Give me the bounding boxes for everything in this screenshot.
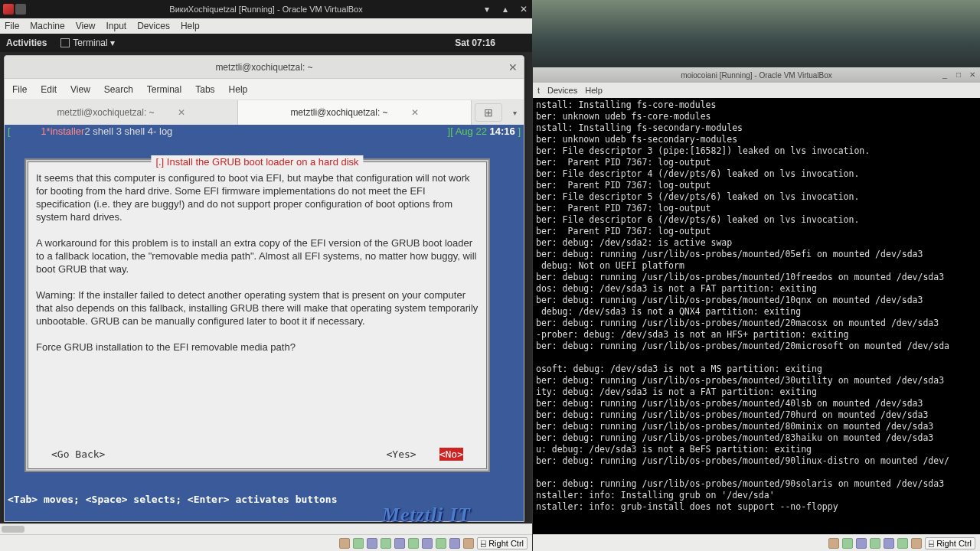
hd-icon[interactable] — [339, 538, 350, 549]
screen-active-session: 1*installer — [41, 126, 84, 138]
menu-devices[interactable]: Devices — [547, 86, 577, 95]
hd-icon[interactable] — [828, 538, 839, 549]
dialog-paragraph: A workaround for this problem is to inst… — [36, 236, 479, 276]
virtualbox-window-right: moiocoiani [Running] - Oracle VM Virtual… — [533, 67, 980, 551]
no-button[interactable]: <No> — [439, 448, 463, 461]
display-icon[interactable] — [422, 538, 433, 549]
term-menu-edit[interactable]: Edit — [41, 84, 57, 95]
dialog-paragraph: It seems that this computer is configure… — [36, 171, 479, 223]
menu-cut[interactable]: t — [537, 86, 540, 95]
menu-view[interactable]: View — [76, 21, 96, 31]
menu-input[interactable]: Input — [106, 21, 127, 31]
record-icon[interactable] — [436, 538, 446, 549]
tab-dropdown-icon[interactable]: ▾ — [505, 100, 524, 125]
window-icon — [15, 4, 26, 15]
menu-file[interactable]: File — [5, 21, 19, 31]
cd-icon[interactable] — [353, 538, 364, 549]
dialog-title: [.] Install the GRUB boot loader on a ha… — [151, 155, 363, 168]
app-icon — [3, 4, 14, 15]
window-title: moiocoiani [Running] - Oracle VM Virtual… — [681, 71, 832, 80]
maximize-icon[interactable]: □ — [954, 70, 963, 80]
menu-machine[interactable]: Machine — [30, 21, 64, 31]
close-icon[interactable]: ✕ — [968, 70, 977, 80]
cpu-icon[interactable] — [449, 538, 460, 549]
dialog-paragraph: Warning: If the installer failed to dete… — [36, 289, 479, 328]
menu-devices[interactable]: Devices — [137, 21, 170, 31]
gnome-topbar: Activities Terminal ▾ Sat 07:16 — [0, 34, 532, 52]
activities-button[interactable]: Activities — [6, 37, 47, 48]
horizontal-scrollbar[interactable] — [0, 523, 532, 534]
screen-status-bar: [ 1*installer 2 shell 3 shell 4- log ][ … — [5, 125, 524, 139]
new-tab-button[interactable]: ⊞ — [475, 103, 502, 122]
installer-dialog: [.] Install the GRUB boot loader on a ha… — [24, 158, 490, 472]
term-menu-file[interactable]: File — [12, 84, 27, 95]
net-icon[interactable] — [856, 538, 867, 549]
terminal-log-output[interactable]: nstall: Installing fs-core-modules ber: … — [533, 98, 980, 534]
term-menu-search[interactable]: Search — [104, 84, 133, 95]
vbox-statusbar-left: ⌸ Right Ctrl — [0, 534, 532, 551]
shared-icon[interactable] — [884, 538, 894, 549]
dialog-body: It seems that this computer is configure… — [36, 171, 479, 354]
gnome-terminal-window: metztli@xochiquetzal: ~ ✕ File Edit View… — [4, 55, 524, 522]
cd-icon[interactable] — [842, 538, 853, 549]
minimize-icon[interactable]: _ — [940, 70, 949, 80]
close-icon[interactable]: ✕ — [508, 61, 518, 73]
terminal-tab[interactable]: metztli@xochiquetzal: ~ ✕ — [5, 100, 238, 125]
desktop-background — [532, 0, 980, 69]
terminal-tab-bar: metztli@xochiquetzal: ~ ✕ metztli@xochiq… — [5, 100, 524, 125]
shared-icon[interactable] — [408, 538, 419, 549]
yes-button[interactable]: <Yes> — [387, 448, 416, 461]
mouse-icon[interactable] — [463, 538, 474, 549]
vbox-menubar-right: t Devices Help — [533, 83, 980, 98]
tab-close-icon[interactable]: ✕ — [178, 107, 185, 118]
vbox-statusbar-right: ⌸ Right Ctrl — [533, 534, 980, 551]
tab-label: metztli@xochiquetzal: ~ — [57, 107, 154, 118]
mouse-icon[interactable] — [911, 538, 922, 549]
tab-label: metztli@xochiquetzal: ~ — [290, 107, 387, 118]
terminal-tab-active[interactable]: metztli@xochiquetzal: ~ ✕ — [238, 100, 472, 125]
audio-icon[interactable] — [367, 538, 377, 549]
vbox-menubar-left: File Machine View Input Devices Help — [0, 18, 532, 34]
screen-time: 14:16 — [490, 126, 515, 137]
maximize-icon[interactable]: ▴ — [500, 4, 511, 15]
usb-icon[interactable] — [870, 538, 880, 549]
window-title: ВикиXochiquetzal [Running] - Oracle VM V… — [169, 5, 362, 14]
virtualbox-window-left: ВикиXochiquetzal [Running] - Oracle VM V… — [0, 0, 532, 551]
terminal-menubar: File Edit View Search Terminal Tabs Help — [5, 79, 524, 100]
close-icon[interactable]: ✕ — [518, 4, 529, 15]
dialog-question: Force GRUB installation to the EFI remov… — [36, 341, 479, 354]
keyboard-hints: <Tab> moves; <Space> selects; <Enter> ac… — [8, 494, 337, 506]
menu-help[interactable]: Help — [181, 21, 200, 31]
usb-icon[interactable] — [394, 538, 405, 549]
term-menu-view[interactable]: View — [70, 84, 90, 95]
screen-date: Aug 22 — [456, 126, 490, 137]
screen-sessions: 2 shell 3 shell 4- log — [84, 126, 172, 138]
term-menu-terminal[interactable]: Terminal — [147, 84, 181, 95]
terminal-content[interactable]: [ 1*installer 2 shell 3 shell 4- log ][ … — [5, 125, 524, 521]
hostkey-indicator[interactable]: ⌸ Right Ctrl — [925, 537, 975, 549]
terminal-title: metztli@xochiquetzal: ~ — [215, 62, 312, 73]
term-menu-tabs[interactable]: Tabs — [195, 84, 214, 95]
terminal-icon — [60, 38, 70, 47]
menu-help[interactable]: Help — [585, 86, 603, 95]
net-icon[interactable] — [381, 538, 391, 549]
display-icon[interactable] — [897, 538, 908, 549]
terminal-app-indicator[interactable]: Terminal ▾ — [60, 37, 115, 48]
terminal-app-label: Terminal ▾ — [73, 37, 115, 48]
clock[interactable]: Sat 07:16 — [455, 37, 495, 48]
vbox-titlebar-left[interactable]: ВикиXochiquetzal [Running] - Oracle VM V… — [0, 0, 532, 18]
terminal-titlebar[interactable]: metztli@xochiquetzal: ~ ✕ — [5, 56, 524, 79]
term-menu-help[interactable]: Help — [229, 84, 248, 95]
tab-close-icon[interactable]: ✕ — [411, 107, 419, 118]
minimize-icon[interactable]: ▾ — [482, 4, 492, 15]
vbox-titlebar-right[interactable]: moiocoiani [Running] - Oracle VM Virtual… — [533, 67, 980, 83]
hostkey-indicator[interactable]: ⌸ Right Ctrl — [477, 537, 528, 549]
go-back-button[interactable]: <Go Back> — [51, 448, 105, 461]
